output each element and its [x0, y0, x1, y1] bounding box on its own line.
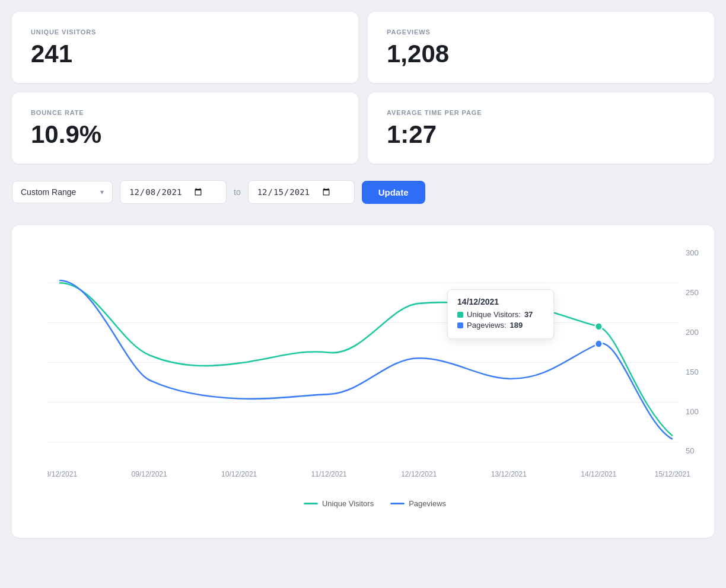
bounce-rate-card: BOUNCE RATE 10.9%	[12, 92, 358, 164]
unique-visitors-label: UNIQUE VISITORS	[31, 28, 339, 36]
svg-text:150: 150	[686, 367, 699, 376]
svg-text:300: 300	[686, 248, 699, 257]
legend-unique-visitors: Unique Visitors	[304, 499, 374, 508]
legend-pageviews: Pageviews	[390, 499, 446, 508]
date-from-input[interactable]	[129, 187, 203, 197]
pv-highlight-dot	[595, 340, 602, 348]
pageviews-value: 1,208	[387, 41, 695, 66]
chart-legend: Unique Visitors Pageviews	[47, 499, 702, 508]
controls-row: Custom RangeLast 7 DaysLast 30 DaysThis …	[12, 173, 714, 211]
unique-visitors-card: UNIQUE VISITORS 241	[12, 12, 358, 83]
svg-text:50: 50	[686, 446, 695, 455]
metrics-grid: UNIQUE VISITORS 241 PAGEVIEWS 1,208 BOUN…	[12, 12, 714, 164]
range-select[interactable]: Custom RangeLast 7 DaysLast 30 DaysThis …	[21, 187, 95, 197]
svg-text:200: 200	[686, 328, 699, 337]
update-button[interactable]: Update	[362, 181, 425, 204]
legend-pv-label: Pageviews	[409, 499, 446, 508]
pageviews-label: PAGEVIEWS	[387, 28, 695, 36]
avg-time-value: 1:27	[387, 122, 695, 147]
date-to-wrapper[interactable]	[248, 180, 355, 204]
range-select-wrapper[interactable]: Custom RangeLast 7 DaysLast 30 DaysThis …	[12, 181, 113, 203]
date-from-wrapper[interactable]	[120, 180, 227, 204]
chart-container: 14/12/2021 Unique Visitors: 37 Pageviews…	[12, 225, 714, 538]
svg-text:250: 250	[686, 288, 699, 297]
svg-text:100: 100	[686, 407, 699, 416]
legend-uv-line	[304, 503, 318, 504]
legend-pv-line	[390, 503, 405, 504]
avg-time-card: AVERAGE TIME PER PAGE 1:27	[368, 92, 714, 164]
bounce-rate-value: 10.9%	[31, 122, 339, 147]
to-label: to	[234, 187, 241, 197]
svg-text:08/12/2021: 08/12/2021	[47, 470, 77, 478]
svg-text:15/12/2021: 15/12/2021	[655, 470, 690, 478]
legend-uv-label: Unique Visitors	[322, 499, 374, 508]
svg-text:09/12/2021: 09/12/2021	[132, 470, 167, 478]
bounce-rate-label: BOUNCE RATE	[31, 109, 339, 116]
chevron-down-icon: ▾	[100, 188, 104, 196]
unique-visitors-value: 241	[31, 41, 339, 66]
svg-text:13/12/2021: 13/12/2021	[491, 470, 527, 478]
svg-text:12/12/2021: 12/12/2021	[401, 470, 437, 478]
svg-text:14/12/2021: 14/12/2021	[581, 470, 616, 478]
svg-text:10/12/2021: 10/12/2021	[221, 470, 257, 478]
date-to-input[interactable]	[257, 187, 332, 197]
uv-highlight-dot	[595, 322, 602, 330]
pageviews-card: PAGEVIEWS 1,208	[368, 12, 714, 83]
avg-time-label: AVERAGE TIME PER PAGE	[387, 109, 695, 116]
chart-svg: 10 20 30 40 50 50 100 150 200 250 300 08…	[47, 243, 702, 492]
svg-text:11/12/2021: 11/12/2021	[311, 470, 347, 478]
